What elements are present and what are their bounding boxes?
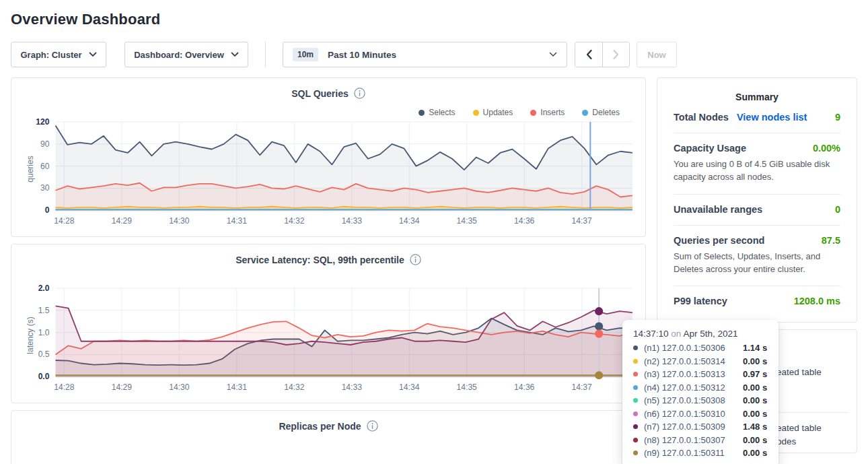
summary-label: Total Nodes: [674, 112, 729, 123]
legend-item[interactable]: Inserts: [530, 108, 565, 117]
svg-text:14:31: 14:31: [227, 383, 248, 392]
svg-text:60: 60: [40, 162, 50, 171]
svg-text:14:37: 14:37: [572, 383, 593, 392]
summary-p99-latency: P99 latency 1208.0 ms: [674, 296, 840, 306]
tooltip-node-value: 0.00 s: [743, 395, 767, 405]
sql-queries-plot[interactable]: 030609012014:2814:2914:3014:3114:3214:33…: [16, 117, 641, 230]
series-color-dot-icon: [633, 451, 638, 455]
svg-text:14:35: 14:35: [457, 216, 478, 226]
legend-item[interactable]: Updates: [473, 108, 513, 117]
svg-text:120: 120: [36, 117, 49, 127]
summary-unavailable-ranges: Unavailable ranges 0: [674, 204, 840, 215]
svg-text:0.5: 0.5: [38, 350, 50, 359]
legend-dot-icon: [582, 110, 588, 116]
time-range-label: Past 10 Minutes: [328, 50, 542, 60]
service-latency-chart-card: Service Latency: SQL, 99th percentile la…: [11, 244, 646, 403]
legend-label: Selects: [429, 108, 455, 117]
info-icon[interactable]: [354, 88, 365, 99]
time-range-dropdown[interactable]: 10m Past 10 Minutes: [283, 42, 567, 67]
svg-text:30: 30: [40, 183, 50, 193]
tooltip-node-address: (n4) 127.0.0.1:50312: [644, 383, 743, 393]
tooltip-node-address: (n7) 127.0.0.1:50309: [644, 422, 743, 432]
chart-title: Replicas per Node: [279, 421, 361, 432]
tooltip-node-value: 0.00 s: [743, 409, 767, 419]
dashboard-controls: Graph: Cluster Dashboard: Overview 10m P…: [11, 42, 857, 67]
controls-divider: [265, 42, 266, 67]
svg-text:0.0: 0.0: [38, 372, 50, 381]
view-nodes-list-link[interactable]: View nodes list: [737, 112, 807, 123]
svg-text:14:32: 14:32: [284, 383, 305, 392]
tooltip-row: (n6) 127.0.0.1:503100.00 s: [633, 409, 768, 419]
graph-dropdown[interactable]: Graph: Cluster: [11, 42, 106, 67]
sql-queries-chart-card: SQL Queries SelectsUpdatesInsertsDeletes…: [11, 77, 646, 237]
dashboard-dropdown-label: Dashboard: Overview: [134, 50, 224, 60]
tooltip-node-value: 0.97 s: [743, 369, 767, 379]
now-button[interactable]: Now: [637, 42, 677, 67]
chevron-down-icon: [231, 52, 239, 57]
tooltip-node-address: (n3) 127.0.0.1:50313: [644, 369, 743, 379]
svg-text:14:34: 14:34: [399, 383, 420, 392]
summary-capacity-usage: Capacity Usage 0.00%: [674, 143, 840, 154]
series-color-dot-icon: [633, 438, 638, 442]
tooltip-node-value: 0.00 s: [743, 383, 767, 393]
service-latency-plot[interactable]: 0.00.51.01.52.014:2814:2914:3014:3114:32…: [16, 283, 641, 397]
chart-title: SQL Queries: [291, 88, 349, 99]
summary-title: Summary: [674, 92, 840, 102]
event-text-fragment: odes: [776, 436, 796, 446]
tooltip-node-value: 0.00 s: [743, 356, 767, 366]
svg-text:14:37: 14:37: [572, 216, 593, 226]
info-icon[interactable]: [367, 420, 378, 432]
series-color-dot-icon: [633, 359, 638, 364]
tooltip-node-value: 0.00 s: [743, 448, 767, 458]
series-color-dot-icon: [633, 424, 638, 429]
time-range-badge: 10m: [293, 48, 318, 61]
time-step-buttons: [575, 42, 630, 67]
next-time-button[interactable]: [602, 42, 629, 67]
divider: [674, 225, 840, 226]
tooltip-on-word: on: [671, 329, 681, 339]
tooltip-timestamp: 14:37:10 on Apr 5th, 2021: [633, 329, 768, 339]
event-text-fragment: eated table: [776, 367, 822, 377]
series-color-dot-icon: [633, 411, 638, 416]
legend-dot-icon: [530, 110, 536, 116]
divider: [674, 286, 840, 286]
chevron-right-icon: [612, 49, 620, 60]
tooltip-node-value: 0.00 s: [743, 435, 767, 445]
chart-title: Service Latency: SQL, 99th percentile: [236, 255, 404, 265]
tooltip-rows: (n1) 127.0.0.1:503061.14 s(n2) 127.0.0.1…: [633, 343, 768, 458]
y-axis-label: queries: [26, 149, 35, 189]
svg-text:14:29: 14:29: [112, 383, 133, 392]
summary-value: 1208.0 ms: [794, 296, 840, 306]
svg-text:1.0: 1.0: [38, 328, 50, 337]
replicas-chart-card: Replicas per Node: [11, 410, 646, 464]
chevron-left-icon: [585, 49, 593, 60]
svg-text:1.5: 1.5: [38, 306, 50, 315]
svg-text:14:36: 14:36: [514, 216, 535, 226]
legend-item[interactable]: Deletes: [582, 108, 620, 117]
dashboard-dropdown[interactable]: Dashboard: Overview: [124, 42, 248, 67]
info-icon[interactable]: [410, 254, 421, 265]
legend-label: Inserts: [540, 108, 565, 117]
svg-text:14:28: 14:28: [54, 383, 75, 392]
summary-value: 0.00%: [813, 143, 840, 154]
summary-value: 87.5: [822, 235, 840, 246]
tooltip-node-address: (n8) 127.0.0.1:50307: [644, 435, 743, 445]
tooltip-node-value: 1.48 s: [743, 422, 767, 432]
summary-label: Unavailable ranges: [674, 204, 762, 215]
legend-item[interactable]: Selects: [419, 108, 455, 117]
svg-text:14:30: 14:30: [169, 383, 190, 392]
page-title: Overview Dashboard: [0, 0, 868, 28]
divider: [772, 412, 848, 413]
series-color-dot-icon: [633, 372, 638, 376]
tooltip-date: Apr 5th, 2021: [683, 329, 737, 339]
y-axis-label: latency (s): [26, 315, 35, 356]
svg-text:14:32: 14:32: [284, 216, 305, 226]
svg-text:14:28: 14:28: [54, 216, 75, 226]
tooltip-time: 14:37:10: [633, 329, 669, 339]
tooltip-node-address: (n2) 127.0.0.1:50314: [644, 356, 743, 366]
previous-time-button[interactable]: [575, 42, 602, 67]
sql-legend: SelectsUpdatesInsertsDeletes: [419, 108, 620, 117]
now-button-label: Now: [647, 50, 665, 60]
summary-panel: Summary Total Nodes View nodes list 9 Ca…: [657, 77, 857, 323]
charts-column: SQL Queries SelectsUpdatesInsertsDeletes…: [11, 77, 646, 464]
